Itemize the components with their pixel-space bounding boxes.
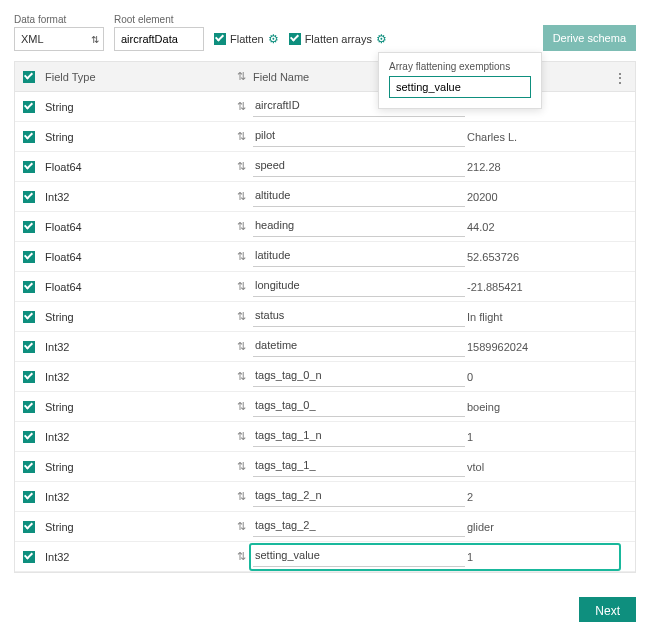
row-checkbox[interactable] bbox=[23, 551, 35, 563]
row-field-name[interactable]: longitude bbox=[253, 277, 465, 297]
sort-handle-icon[interactable]: ⇅ bbox=[235, 400, 247, 413]
sort-handle-icon[interactable]: ⇅ bbox=[235, 130, 247, 143]
row-value: 2 bbox=[465, 491, 473, 503]
gear-icon[interactable]: ⚙ bbox=[268, 32, 279, 46]
row-checkbox[interactable] bbox=[23, 401, 35, 413]
sort-handle-icon[interactable]: ⇅ bbox=[235, 490, 247, 503]
row-field-name[interactable]: tags_tag_1_ bbox=[253, 457, 465, 477]
kebab-menu-icon[interactable]: ⋮ bbox=[613, 70, 627, 86]
sort-handle-icon[interactable]: ⇅ bbox=[235, 370, 247, 383]
row-field-name[interactable]: tags_tag_1_n bbox=[253, 427, 465, 447]
row-checkbox[interactable] bbox=[23, 461, 35, 473]
row-value: In flight bbox=[465, 311, 502, 323]
row-checkbox[interactable] bbox=[23, 221, 35, 233]
table-row: Int32⇅tags_tag_1_n1 bbox=[15, 422, 635, 452]
flatten-arrays-checkbox[interactable] bbox=[289, 33, 301, 45]
data-format-value: XML bbox=[21, 33, 44, 45]
sort-handle-icon[interactable]: ⇅ bbox=[235, 250, 247, 263]
sort-handle-icon[interactable]: ⇅ bbox=[235, 220, 247, 233]
row-field-type[interactable]: Int32 bbox=[45, 431, 235, 443]
row-field-name[interactable]: pilot bbox=[253, 127, 465, 147]
table-row: String⇅tags_tag_1_vtol bbox=[15, 452, 635, 482]
sort-handle-icon[interactable]: ⇅ bbox=[235, 100, 247, 113]
row-field-name[interactable]: setting_value bbox=[253, 547, 465, 567]
row-field-type[interactable]: Float64 bbox=[45, 281, 235, 293]
table-row: Float64⇅speed212.28 bbox=[15, 152, 635, 182]
select-all-checkbox[interactable] bbox=[23, 71, 35, 83]
row-field-name[interactable]: status bbox=[253, 307, 465, 327]
row-checkbox[interactable] bbox=[23, 521, 35, 533]
row-checkbox[interactable] bbox=[23, 431, 35, 443]
row-field-name[interactable]: speed bbox=[253, 157, 465, 177]
sort-handle-icon[interactable]: ⇅ bbox=[235, 340, 247, 353]
row-checkbox[interactable] bbox=[23, 311, 35, 323]
exemptions-popover: Array flattening exemptions bbox=[378, 52, 542, 109]
sort-handle-icon[interactable]: ⇅ bbox=[235, 550, 247, 563]
sort-handle-icon[interactable]: ⇅ bbox=[235, 460, 247, 473]
row-field-name[interactable]: heading bbox=[253, 217, 465, 237]
row-field-name[interactable]: tags_tag_2_ bbox=[253, 517, 465, 537]
table-row: Int32⇅datetime1589962024 bbox=[15, 332, 635, 362]
sort-handle-icon[interactable]: ⇅ bbox=[235, 430, 247, 443]
header-field-name[interactable]: Field Name bbox=[253, 71, 309, 83]
root-element-input[interactable] bbox=[114, 27, 204, 51]
table-row: Float64⇅heading44.02 bbox=[15, 212, 635, 242]
derive-schema-button[interactable]: Derive schema bbox=[543, 25, 636, 51]
row-checkbox[interactable] bbox=[23, 341, 35, 353]
sort-handle-icon[interactable]: ⇅ bbox=[235, 280, 247, 293]
row-field-type[interactable]: Float64 bbox=[45, 251, 235, 263]
header-field-type[interactable]: Field Type bbox=[45, 71, 235, 83]
row-field-type[interactable]: Int32 bbox=[45, 341, 235, 353]
row-field-type[interactable]: String bbox=[45, 311, 235, 323]
table-row: Float64⇅latitude52.653726 bbox=[15, 242, 635, 272]
table-header: Field Type ⇅Field Name ⋮ bbox=[15, 62, 635, 92]
row-value: glider bbox=[465, 521, 494, 533]
row-field-type[interactable]: String bbox=[45, 131, 235, 143]
sort-handle-icon[interactable]: ⇅ bbox=[235, 310, 247, 323]
row-checkbox[interactable] bbox=[23, 191, 35, 203]
next-button[interactable]: Next bbox=[579, 597, 636, 622]
row-field-name[interactable]: altitude bbox=[253, 187, 465, 207]
row-field-type[interactable]: Int32 bbox=[45, 191, 235, 203]
row-field-type[interactable]: Float64 bbox=[45, 161, 235, 173]
row-field-name[interactable]: tags_tag_0_ bbox=[253, 397, 465, 417]
row-field-name[interactable]: tags_tag_0_n bbox=[253, 367, 465, 387]
row-field-type[interactable]: String bbox=[45, 101, 235, 113]
row-field-type[interactable]: String bbox=[45, 521, 235, 533]
row-field-name[interactable]: tags_tag_2_n bbox=[253, 487, 465, 507]
data-format-label: Data format bbox=[14, 14, 104, 25]
table-row: String⇅statusIn flight bbox=[15, 302, 635, 332]
row-field-type[interactable]: Int32 bbox=[45, 491, 235, 503]
root-element-label: Root element bbox=[114, 14, 204, 25]
row-checkbox[interactable] bbox=[23, 281, 35, 293]
row-field-type[interactable]: Float64 bbox=[45, 221, 235, 233]
flatten-checkbox[interactable] bbox=[214, 33, 226, 45]
row-field-name[interactable]: latitude bbox=[253, 247, 465, 267]
exemptions-input[interactable] bbox=[389, 76, 531, 98]
flatten-label: Flatten bbox=[230, 33, 264, 45]
row-checkbox[interactable] bbox=[23, 251, 35, 263]
row-field-type[interactable]: Int32 bbox=[45, 551, 235, 563]
table-row: String⇅tags_tag_2_glider bbox=[15, 512, 635, 542]
row-checkbox[interactable] bbox=[23, 371, 35, 383]
schema-table: Field Type ⇅Field Name ⋮ String⇅aircraft… bbox=[14, 61, 636, 573]
row-value: 1 bbox=[465, 551, 473, 563]
table-row: String⇅tags_tag_0_boeing bbox=[15, 392, 635, 422]
row-checkbox[interactable] bbox=[23, 131, 35, 143]
table-row: Int32⇅tags_tag_0_n0 bbox=[15, 362, 635, 392]
sort-handle-icon[interactable]: ⇅ bbox=[235, 520, 247, 533]
row-checkbox[interactable] bbox=[23, 101, 35, 113]
sort-handle-icon[interactable]: ⇅ bbox=[235, 190, 247, 203]
data-format-select[interactable]: XML ⇅ bbox=[14, 27, 104, 51]
row-field-name[interactable]: datetime bbox=[253, 337, 465, 357]
table-row: Int32⇅tags_tag_2_n2 bbox=[15, 482, 635, 512]
gear-icon[interactable]: ⚙ bbox=[376, 32, 387, 46]
sort-handle-icon[interactable]: ⇅ bbox=[235, 70, 247, 83]
row-field-type[interactable]: String bbox=[45, 461, 235, 473]
table-row: String⇅pilotCharles L. bbox=[15, 122, 635, 152]
row-checkbox[interactable] bbox=[23, 161, 35, 173]
sort-handle-icon[interactable]: ⇅ bbox=[235, 160, 247, 173]
row-checkbox[interactable] bbox=[23, 491, 35, 503]
row-field-type[interactable]: String bbox=[45, 401, 235, 413]
row-field-type[interactable]: Int32 bbox=[45, 371, 235, 383]
